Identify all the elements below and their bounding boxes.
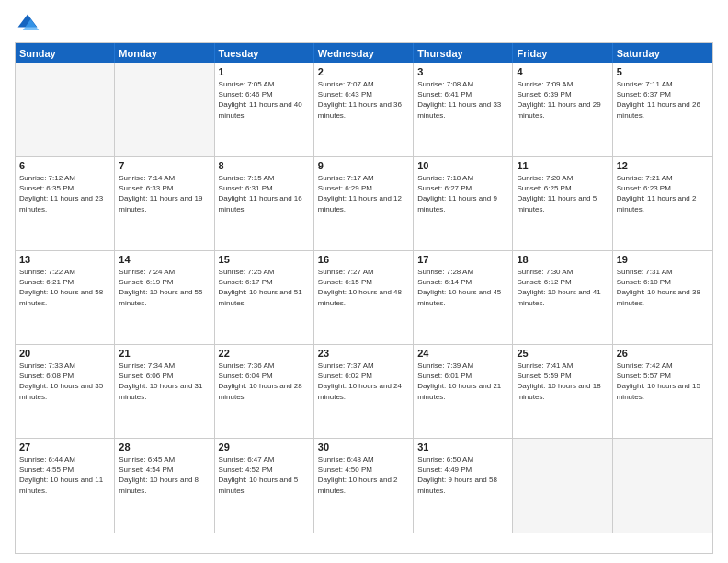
weekday-header: Sunday bbox=[16, 43, 115, 63]
day-info: Sunrise: 7:39 AM Sunset: 6:01 PM Dayligh… bbox=[417, 361, 508, 402]
weekday-header: Wednesday bbox=[314, 43, 414, 63]
day-number: 25 bbox=[517, 348, 608, 359]
calendar-cell: 9Sunrise: 7:17 AM Sunset: 6:29 PM Daylig… bbox=[314, 157, 414, 250]
calendar-cell: 5Sunrise: 7:11 AM Sunset: 6:37 PM Daylig… bbox=[613, 63, 712, 156]
calendar-cell bbox=[16, 63, 115, 156]
weekday-header: Monday bbox=[115, 43, 214, 63]
day-info: Sunrise: 7:27 AM Sunset: 6:15 PM Dayligh… bbox=[318, 267, 409, 308]
header bbox=[15, 11, 713, 37]
day-info: Sunrise: 7:22 AM Sunset: 6:21 PM Dayligh… bbox=[19, 267, 110, 308]
day-number: 14 bbox=[119, 254, 210, 265]
calendar-cell: 20Sunrise: 7:33 AM Sunset: 6:08 PM Dayli… bbox=[16, 345, 115, 438]
calendar-cell: 2Sunrise: 7:07 AM Sunset: 6:43 PM Daylig… bbox=[314, 63, 414, 156]
logo-icon bbox=[15, 11, 40, 37]
day-info: Sunrise: 6:45 AM Sunset: 4:54 PM Dayligh… bbox=[119, 454, 210, 496]
day-number: 8 bbox=[219, 160, 310, 171]
page: SundayMondayTuesdayWednesdayThursdayFrid… bbox=[0, 0, 728, 563]
calendar-cell: 19Sunrise: 7:31 AM Sunset: 6:10 PM Dayli… bbox=[613, 251, 712, 344]
calendar-cell: 12Sunrise: 7:21 AM Sunset: 6:23 PM Dayli… bbox=[613, 157, 712, 250]
calendar-cell: 7Sunrise: 7:14 AM Sunset: 6:33 PM Daylig… bbox=[115, 157, 214, 250]
calendar-cell: 16Sunrise: 7:27 AM Sunset: 6:15 PM Dayli… bbox=[314, 251, 414, 344]
day-info: Sunrise: 7:07 AM Sunset: 6:43 PM Dayligh… bbox=[318, 79, 409, 121]
weekday-header: Thursday bbox=[414, 43, 513, 63]
calendar-cell: 29Sunrise: 6:47 AM Sunset: 4:52 PM Dayli… bbox=[215, 439, 314, 533]
day-info: Sunrise: 7:14 AM Sunset: 6:33 PM Dayligh… bbox=[119, 173, 210, 214]
day-info: Sunrise: 7:24 AM Sunset: 6:19 PM Dayligh… bbox=[119, 267, 210, 308]
day-info: Sunrise: 7:21 AM Sunset: 6:23 PM Dayligh… bbox=[617, 173, 709, 214]
day-number: 16 bbox=[318, 254, 409, 265]
calendar-cell: 13Sunrise: 7:22 AM Sunset: 6:21 PM Dayli… bbox=[16, 251, 115, 344]
calendar-cell: 4Sunrise: 7:09 AM Sunset: 6:39 PM Daylig… bbox=[513, 63, 612, 156]
calendar-header: SundayMondayTuesdayWednesdayThursdayFrid… bbox=[16, 43, 712, 63]
day-info: Sunrise: 7:36 AM Sunset: 6:04 PM Dayligh… bbox=[219, 361, 310, 402]
calendar-cell bbox=[613, 439, 712, 533]
day-number: 15 bbox=[219, 254, 310, 265]
day-info: Sunrise: 7:12 AM Sunset: 6:35 PM Dayligh… bbox=[19, 173, 110, 214]
day-info: Sunrise: 6:50 AM Sunset: 4:49 PM Dayligh… bbox=[417, 454, 508, 496]
day-info: Sunrise: 7:17 AM Sunset: 6:29 PM Dayligh… bbox=[318, 173, 409, 214]
calendar-row: 13Sunrise: 7:22 AM Sunset: 6:21 PM Dayli… bbox=[16, 251, 712, 345]
day-info: Sunrise: 7:20 AM Sunset: 6:25 PM Dayligh… bbox=[517, 173, 608, 214]
day-info: Sunrise: 7:41 AM Sunset: 5:59 PM Dayligh… bbox=[517, 361, 608, 402]
day-info: Sunrise: 7:08 AM Sunset: 6:41 PM Dayligh… bbox=[417, 79, 508, 121]
calendar-cell: 28Sunrise: 6:45 AM Sunset: 4:54 PM Dayli… bbox=[115, 439, 214, 533]
day-number: 23 bbox=[318, 348, 409, 359]
day-info: Sunrise: 7:30 AM Sunset: 6:12 PM Dayligh… bbox=[517, 267, 608, 308]
day-info: Sunrise: 6:44 AM Sunset: 4:55 PM Dayligh… bbox=[19, 454, 110, 496]
day-info: Sunrise: 6:47 AM Sunset: 4:52 PM Dayligh… bbox=[219, 454, 310, 496]
calendar-cell: 15Sunrise: 7:25 AM Sunset: 6:17 PM Dayli… bbox=[215, 251, 314, 344]
day-number: 18 bbox=[517, 254, 608, 265]
day-info: Sunrise: 7:31 AM Sunset: 6:10 PM Dayligh… bbox=[617, 267, 709, 308]
calendar-cell: 24Sunrise: 7:39 AM Sunset: 6:01 PM Dayli… bbox=[414, 345, 513, 438]
day-number: 13 bbox=[19, 254, 110, 265]
calendar-cell: 30Sunrise: 6:48 AM Sunset: 4:50 PM Dayli… bbox=[314, 439, 414, 533]
calendar-cell: 14Sunrise: 7:24 AM Sunset: 6:19 PM Dayli… bbox=[115, 251, 214, 344]
day-number: 27 bbox=[19, 442, 110, 453]
calendar-cell: 6Sunrise: 7:12 AM Sunset: 6:35 PM Daylig… bbox=[16, 157, 115, 250]
day-number: 28 bbox=[119, 442, 210, 453]
day-number: 2 bbox=[318, 66, 409, 77]
day-number: 4 bbox=[517, 66, 608, 77]
calendar-cell: 26Sunrise: 7:42 AM Sunset: 5:57 PM Dayli… bbox=[613, 345, 712, 438]
day-number: 1 bbox=[219, 66, 310, 77]
day-info: Sunrise: 7:05 AM Sunset: 6:46 PM Dayligh… bbox=[219, 79, 310, 121]
calendar-cell: 23Sunrise: 7:37 AM Sunset: 6:02 PM Dayli… bbox=[314, 345, 414, 438]
day-number: 10 bbox=[417, 160, 508, 171]
calendar-cell bbox=[513, 439, 612, 533]
calendar-cell: 1Sunrise: 7:05 AM Sunset: 6:46 PM Daylig… bbox=[215, 63, 314, 156]
calendar-body: 1Sunrise: 7:05 AM Sunset: 6:46 PM Daylig… bbox=[16, 63, 712, 533]
day-number: 29 bbox=[219, 442, 310, 453]
day-number: 11 bbox=[517, 160, 608, 171]
day-number: 5 bbox=[617, 66, 709, 77]
day-info: Sunrise: 7:34 AM Sunset: 6:06 PM Dayligh… bbox=[119, 361, 210, 402]
day-number: 31 bbox=[417, 442, 508, 453]
calendar-row: 6Sunrise: 7:12 AM Sunset: 6:35 PM Daylig… bbox=[16, 157, 712, 251]
calendar-cell: 17Sunrise: 7:28 AM Sunset: 6:14 PM Dayli… bbox=[414, 251, 513, 344]
day-number: 12 bbox=[617, 160, 709, 171]
calendar-cell: 8Sunrise: 7:15 AM Sunset: 6:31 PM Daylig… bbox=[215, 157, 314, 250]
calendar-cell: 25Sunrise: 7:41 AM Sunset: 5:59 PM Dayli… bbox=[513, 345, 612, 438]
day-number: 22 bbox=[219, 348, 310, 359]
day-info: Sunrise: 6:48 AM Sunset: 4:50 PM Dayligh… bbox=[318, 454, 409, 496]
calendar-cell: 18Sunrise: 7:30 AM Sunset: 6:12 PM Dayli… bbox=[513, 251, 612, 344]
day-number: 17 bbox=[417, 254, 508, 265]
day-number: 20 bbox=[19, 348, 110, 359]
day-number: 6 bbox=[19, 160, 110, 171]
calendar-cell: 21Sunrise: 7:34 AM Sunset: 6:06 PM Dayli… bbox=[115, 345, 214, 438]
day-number: 30 bbox=[318, 442, 409, 453]
logo bbox=[15, 11, 44, 37]
calendar-cell: 22Sunrise: 7:36 AM Sunset: 6:04 PM Dayli… bbox=[215, 345, 314, 438]
day-number: 24 bbox=[417, 348, 508, 359]
day-info: Sunrise: 7:25 AM Sunset: 6:17 PM Dayligh… bbox=[219, 267, 310, 308]
day-info: Sunrise: 7:18 AM Sunset: 6:27 PM Dayligh… bbox=[417, 173, 508, 214]
calendar-cell: 11Sunrise: 7:20 AM Sunset: 6:25 PM Dayli… bbox=[513, 157, 612, 250]
day-info: Sunrise: 7:11 AM Sunset: 6:37 PM Dayligh… bbox=[617, 79, 709, 121]
day-info: Sunrise: 7:15 AM Sunset: 6:31 PM Dayligh… bbox=[219, 173, 310, 214]
calendar-row: 27Sunrise: 6:44 AM Sunset: 4:55 PM Dayli… bbox=[16, 439, 712, 533]
calendar-cell: 31Sunrise: 6:50 AM Sunset: 4:49 PM Dayli… bbox=[414, 439, 513, 533]
day-number: 26 bbox=[617, 348, 709, 359]
day-number: 3 bbox=[417, 66, 508, 77]
day-info: Sunrise: 7:42 AM Sunset: 5:57 PM Dayligh… bbox=[617, 361, 709, 402]
calendar-cell: 3Sunrise: 7:08 AM Sunset: 6:41 PM Daylig… bbox=[414, 63, 513, 156]
weekday-header: Saturday bbox=[613, 43, 712, 63]
